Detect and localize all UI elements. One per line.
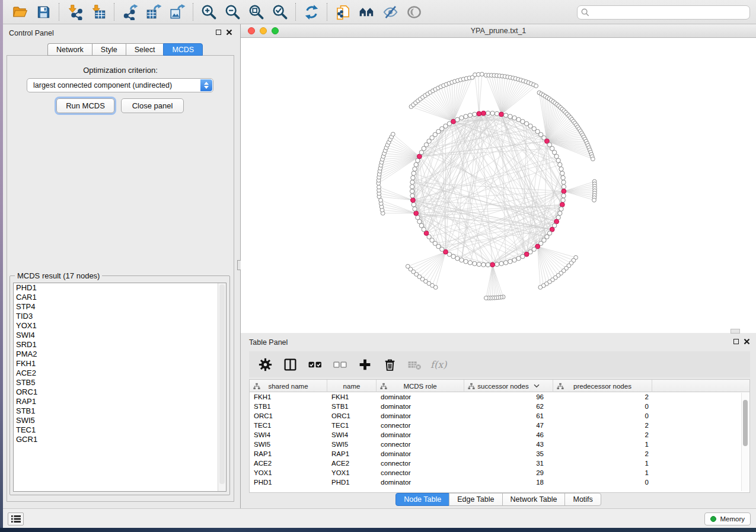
table-cell[interactable]: RAP1 [250,449,327,459]
import-network-icon[interactable] [63,1,87,23]
open-file-icon[interactable] [8,1,31,23]
mcds-result-item[interactable]: ORC1 [14,387,226,397]
table-cell[interactable]: FKH1 [250,392,327,402]
table-cell[interactable]: 0 [553,411,652,421]
table-cell[interactable]: dominator [377,411,464,421]
table-cell[interactable]: STB1 [250,402,327,411]
column-header-predecessor-nodes[interactable]: predecessor nodes [553,380,652,392]
divider-handle-horizontal[interactable] [731,329,740,334]
criterion-select[interactable]: largest connected component (undirected) [27,78,213,92]
mcds-result-item[interactable]: SRD1 [14,340,226,350]
mcds-list-scrollbar[interactable] [218,283,226,491]
table-cell[interactable]: 62 [464,402,553,411]
table-cell[interactable]: 18 [464,477,553,487]
add-icon[interactable] [353,354,376,375]
column-header-shared-name[interactable]: shared name [250,380,327,392]
tab-network[interactable]: Network [47,43,92,56]
table-cell[interactable]: 47 [464,421,553,430]
tab-motifs[interactable]: Motifs [564,493,601,506]
zoom-out-icon[interactable] [221,1,244,23]
table-cell[interactable]: TEC1 [250,421,327,430]
table-row[interactable]: SWI5SWI5connector431 [250,440,749,449]
table-row[interactable]: ACE2ACE2connector311 [250,459,749,468]
table-cell[interactable]: ACE2 [250,459,327,468]
mcds-result-item[interactable]: RAP1 [14,397,226,406]
network-graph[interactable] [241,38,756,333]
search-input[interactable] [577,5,750,20]
table-cell[interactable]: dominator [377,402,464,411]
mcds-result-item[interactable]: PMA2 [14,350,226,359]
close-panel-button[interactable]: Close panel [121,98,184,113]
refresh-icon[interactable] [299,1,323,23]
table-cell[interactable]: 0 [553,477,652,487]
table-cell[interactable]: connector [377,468,464,477]
mcds-result-item[interactable]: TEC1 [14,425,226,435]
delete-icon[interactable] [378,354,401,375]
table-cell[interactable]: 1 [553,468,652,477]
table-cell[interactable]: PHD1 [250,477,327,487]
table-cell[interactable]: PHD1 [327,477,377,487]
deselect-all-icon[interactable] [328,354,351,375]
search-network-icon[interactable] [355,1,378,23]
memory-button[interactable]: Memory [704,512,751,525]
network-canvas[interactable] [241,38,756,333]
float-panel-icon[interactable] [216,30,221,35]
zoom-in-icon[interactable] [197,1,221,23]
table-cell[interactable]: connector [377,459,464,468]
tab-network-table[interactable]: Network Table [502,493,566,506]
share-document-icon[interactable] [331,1,355,23]
table-cell[interactable]: connector [377,440,464,449]
table-cell[interactable]: 1 [553,459,652,468]
table-cell[interactable]: TEC1 [327,421,377,430]
table-cell[interactable]: 2 [553,421,652,430]
export-image-icon[interactable] [165,1,189,23]
gear-icon[interactable] [254,354,276,375]
tab-node-table[interactable]: Node Table [395,493,449,506]
table-cell[interactable]: 1 [553,440,652,449]
table-cell[interactable]: ACE2 [327,459,377,468]
table-cell[interactable]: 31 [464,459,553,468]
table-cell[interactable]: YOX1 [250,468,327,477]
table-cell[interactable]: 43 [464,440,553,449]
save-session-icon[interactable] [31,1,55,23]
zoom-selected-icon[interactable] [268,1,292,23]
table-cell[interactable]: 96 [464,392,553,402]
table-cell[interactable]: SWI5 [250,440,327,449]
mcds-result-item[interactable]: PHD1 [14,283,226,293]
tab-select[interactable]: Select [126,43,164,56]
table-cell[interactable]: 46 [464,430,553,440]
export-table-icon[interactable] [142,1,165,23]
table-row[interactable]: PHD1PHD1dominator180 [250,477,749,487]
mcds-result-item[interactable]: SWI4 [14,331,226,340]
table-row[interactable]: RAP1RAP1dominator352 [250,449,749,459]
run-mcds-button[interactable]: Run MCDS [56,98,114,113]
export-network-icon[interactable] [118,1,142,23]
mcds-result-item[interactable]: YOX1 [14,321,226,331]
table-cell[interactable]: 2 [553,449,652,459]
tab-edge-table[interactable]: Edge Table [449,493,502,506]
float-table-panel-icon[interactable] [733,339,739,344]
table-cell[interactable]: dominator [377,477,464,487]
table-cell[interactable]: ORC1 [327,411,377,421]
table-cell[interactable]: SWI4 [250,430,327,440]
hide-graphics-details-icon[interactable] [378,1,402,23]
table-cell[interactable]: dominator [377,392,464,402]
zoom-fit-icon[interactable] [244,1,268,23]
import-table-icon[interactable] [87,1,110,23]
mcds-result-item[interactable]: FKH1 [14,359,226,368]
table-cell[interactable]: RAP1 [327,449,377,459]
table-cell[interactable]: YOX1 [327,468,377,477]
table-cell[interactable]: dominator [377,430,464,440]
table-cell[interactable]: SWI5 [327,440,377,449]
table-cell[interactable]: 35 [464,449,553,459]
table-cell[interactable]: 29 [464,468,553,477]
table-row[interactable]: STB1STB1dominator620 [250,402,749,411]
mcds-result-item[interactable]: STB1 [14,406,226,416]
column-header-successor-nodes[interactable]: successor nodes [464,380,553,392]
table-cell[interactable]: 2 [553,430,652,440]
table-row[interactable]: YOX1YOX1connector291 [250,468,749,477]
table-scrollbar[interactable] [741,393,749,491]
table-row[interactable]: FKH1FKH1dominator962 [250,392,749,402]
table-row[interactable]: ORC1ORC1dominator610 [250,411,749,421]
mcds-result-item[interactable]: GCR1 [14,435,226,444]
